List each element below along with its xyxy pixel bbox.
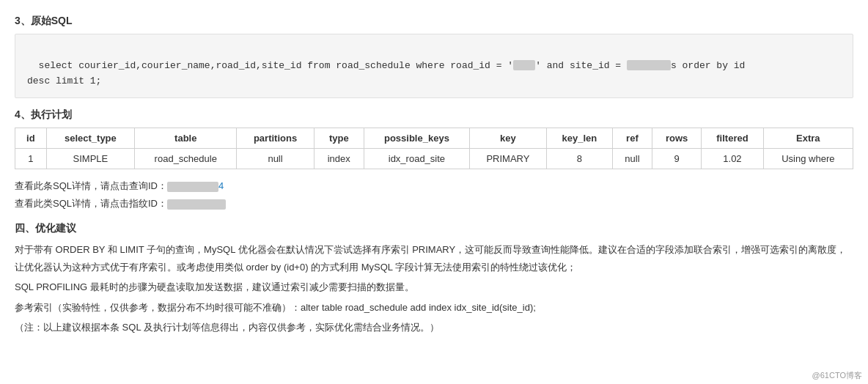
plan-table-cell: 8	[546, 149, 612, 169]
plan-table-header: idselect_typetablepartitionstypepossible…	[15, 128, 853, 149]
plan-col-header: type	[314, 128, 364, 149]
query-id-suffix: 4	[218, 180, 224, 191]
plan-col-header: ref	[612, 128, 652, 149]
plan-table-cell: null	[612, 149, 652, 169]
plan-col-header: id	[15, 128, 47, 149]
sql-text-prefix: select courier_id,courier_name,road_id,s…	[39, 60, 514, 71]
sql-blurred-site-id	[627, 60, 671, 70]
plan-table-cell: idx_road_site	[364, 149, 469, 169]
plan-table-cell: 1.02	[702, 149, 763, 169]
section3-title: 3、原始SQL	[15, 15, 853, 28]
opt-para4: （注：以上建议根据本条 SQL 及执行计划等信息得出，内容仅供参考，实际优化需结…	[15, 319, 853, 336]
opt-para1: 对于带有 ORDER BY 和 LIMIT 子句的查询，MySQL 优化器会在默…	[15, 241, 853, 276]
opt-para2: SQL PROFILING 最耗时的步骤为硬盘读取加发送数据，建议通过索引减少需…	[15, 278, 853, 295]
sql-box: select courier_id,courier_name,road_id,s…	[15, 34, 853, 98]
query-link-prefix: 查看此条SQL详情，请点击查询ID：	[15, 180, 167, 191]
opt-para3: 参考索引（实验特性，仅供参考，数据分布不均时很可能不准确）：alter tabl…	[15, 299, 853, 316]
plan-col-header: key	[469, 128, 546, 149]
execution-plan-table: idselect_typetablepartitionstypepossible…	[15, 128, 853, 169]
section4-title: 4、执行计划	[15, 108, 853, 122]
query-link-row: 查看此条SQL详情，请点击查询ID：4	[15, 180, 853, 193]
plan-table-row: 1SIMPLEroad_schedulenullindexidx_road_si…	[15, 149, 853, 169]
sql-blurred-road-id	[513, 60, 535, 70]
opt-section: 四、优化建议 对于带有 ORDER BY 和 LIMIT 子句的查询，MySQL…	[15, 222, 853, 336]
plan-table-cell: index	[314, 149, 364, 169]
plan-table-cell: Using where	[763, 149, 853, 169]
plan-col-header: rows	[652, 128, 701, 149]
finger-id-link[interactable]	[167, 198, 226, 209]
plan-table-cell: PRIMARY	[469, 149, 546, 169]
query-id-link[interactable]: 4	[167, 180, 224, 191]
plan-col-header: possible_keys	[364, 128, 469, 149]
finger-link-prefix: 查看此类SQL详情，请点击指纹ID：	[15, 198, 167, 209]
plan-table-cell: 1	[15, 149, 47, 169]
plan-col-header: Extra	[763, 128, 853, 149]
plan-col-header: select_type	[46, 128, 134, 149]
finger-link-row: 查看此类SQL详情，请点击指纹ID：	[15, 197, 853, 210]
plan-table-body: 1SIMPLEroad_schedulenullindexidx_road_si…	[15, 149, 853, 169]
plan-col-header: table	[135, 128, 237, 149]
query-id-blurred	[167, 182, 218, 192]
sql-text-mid: ' and site_id =	[535, 60, 627, 71]
plan-table-cell: 9	[652, 149, 701, 169]
plan-table-cell: null	[237, 149, 314, 169]
plan-col-header: partitions	[237, 128, 314, 149]
plan-table-cell: SIMPLE	[46, 149, 134, 169]
opt-title: 四、优化建议	[15, 222, 853, 235]
plan-col-header: key_len	[546, 128, 612, 149]
finger-id-blurred	[167, 199, 226, 210]
plan-table-cell: road_schedule	[135, 149, 237, 169]
plan-col-header: filtered	[702, 128, 763, 149]
